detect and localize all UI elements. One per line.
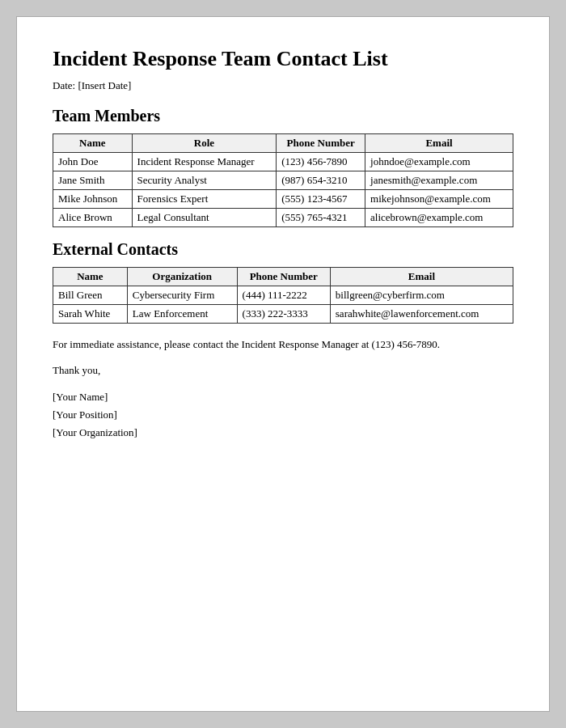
signature-line: [Your Organization] bbox=[53, 424, 513, 442]
team-cell-name: John Doe bbox=[53, 153, 133, 171]
table-row: Sarah WhiteLaw Enforcement(333) 222-3333… bbox=[53, 305, 513, 324]
team-cell-email: mikejohnson@example.com bbox=[365, 190, 513, 209]
team-cell-phone: (123) 456-7890 bbox=[277, 153, 365, 171]
ext-cell-email: sarahwhite@lawenforcement.com bbox=[330, 305, 513, 324]
external-contacts-heading: External Contacts bbox=[53, 240, 513, 259]
document-date: Date: [Insert Date] bbox=[53, 79, 513, 92]
team-table-header-row: Name Role Phone Number Email bbox=[53, 134, 513, 153]
table-row: John DoeIncident Response Manager(123) 4… bbox=[53, 153, 513, 171]
team-cell-name: Alice Brown bbox=[53, 209, 133, 227]
ext-cell-email: billgreen@cyberfirm.com bbox=[330, 286, 513, 305]
ext-col-org: Organization bbox=[127, 268, 237, 286]
note-text: For immediate assistance, please contact… bbox=[53, 336, 513, 353]
team-cell-email: janesmith@example.com bbox=[365, 171, 513, 190]
ext-col-email: Email bbox=[330, 268, 513, 286]
team-members-table: Name Role Phone Number Email John DoeInc… bbox=[53, 133, 513, 227]
team-cell-role: Security Analyst bbox=[132, 171, 277, 190]
thank-you-text: Thank you, bbox=[53, 364, 513, 377]
table-row: Alice BrownLegal Consultant(555) 765-432… bbox=[53, 209, 513, 227]
team-cell-phone: (555) 123-4567 bbox=[277, 190, 365, 209]
ext-col-name: Name bbox=[53, 268, 128, 286]
team-col-role: Role bbox=[132, 134, 277, 153]
signature-line: [Your Position] bbox=[53, 406, 513, 424]
team-cell-role: Forensics Expert bbox=[132, 190, 277, 209]
ext-cell-organization: Law Enforcement bbox=[127, 305, 237, 324]
table-row: Bill GreenCybersecurity Firm(444) 111-22… bbox=[53, 286, 513, 305]
team-cell-email: alicebrown@example.com bbox=[365, 209, 513, 227]
document-title: Incident Response Team Contact List bbox=[53, 46, 513, 71]
external-table-header-row: Name Organization Phone Number Email bbox=[53, 268, 513, 286]
table-row: Jane SmithSecurity Analyst(987) 654-3210… bbox=[53, 171, 513, 190]
signature-block: [Your Name][Your Position][Your Organiza… bbox=[53, 388, 513, 442]
ext-cell-name: Bill Green bbox=[53, 286, 128, 305]
team-col-email: Email bbox=[365, 134, 513, 153]
external-contacts-section: External Contacts Name Organization Phon… bbox=[53, 240, 513, 324]
signature-line: [Your Name] bbox=[53, 388, 513, 406]
team-cell-role: Incident Response Manager bbox=[132, 153, 277, 171]
team-col-phone: Phone Number bbox=[277, 134, 365, 153]
team-cell-phone: (987) 654-3210 bbox=[277, 171, 365, 190]
team-cell-role: Legal Consultant bbox=[132, 209, 277, 227]
external-contacts-table: Name Organization Phone Number Email Bil… bbox=[53, 267, 513, 324]
team-cell-name: Jane Smith bbox=[53, 171, 133, 190]
team-cell-email: johndoe@example.com bbox=[365, 153, 513, 171]
ext-col-phone: Phone Number bbox=[237, 268, 330, 286]
ext-cell-phone: (444) 111-2222 bbox=[237, 286, 330, 305]
ext-cell-name: Sarah White bbox=[53, 305, 128, 324]
ext-cell-organization: Cybersecurity Firm bbox=[127, 286, 237, 305]
ext-cell-phone: (333) 222-3333 bbox=[237, 305, 330, 324]
team-col-name: Name bbox=[53, 134, 133, 153]
team-cell-name: Mike Johnson bbox=[53, 190, 133, 209]
table-row: Mike JohnsonForensics Expert(555) 123-45… bbox=[53, 190, 513, 209]
team-members-heading: Team Members bbox=[53, 107, 513, 125]
team-cell-phone: (555) 765-4321 bbox=[277, 209, 365, 227]
document-page: Incident Response Team Contact List Date… bbox=[16, 16, 550, 712]
